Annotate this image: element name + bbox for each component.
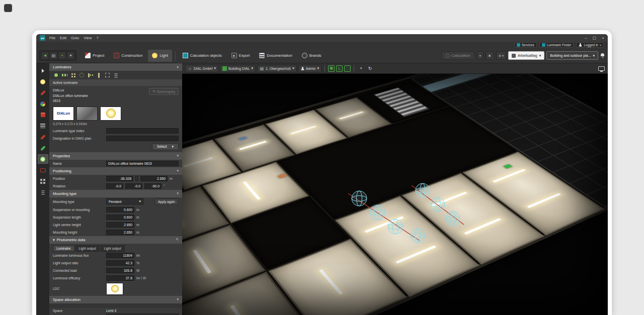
view-grid-icon[interactable]: ▦ — [328, 65, 335, 72]
minimize-button[interactable]: – — [585, 36, 587, 40]
project-select[interactable]: ⌂ DIAL GmbH ▾ — [185, 65, 218, 72]
light-scene-select[interactable]: Arbeitsalltag ▾ — [508, 51, 544, 60]
selection-tool-icon[interactable] — [104, 72, 111, 78]
name-input[interactable]: DIALux office luminaire 0815 — [106, 161, 179, 166]
close-button[interactable]: × — [602, 36, 604, 40]
building-model — [182, 74, 608, 315]
person-icon — [301, 67, 304, 70]
tab-documentation[interactable]: Documentation — [255, 50, 296, 62]
ldc-thumbnail[interactable] — [106, 283, 123, 295]
notifications-bell-icon[interactable] — [600, 53, 605, 58]
mounting-height-input[interactable]: 2.650 — [106, 230, 134, 235]
edit-tool-icon[interactable] — [38, 88, 48, 97]
storey-select[interactable]: ▤ 1. Obergeschoß ▾ — [257, 65, 297, 72]
luminaire-photo-thumb[interactable] — [76, 107, 98, 121]
more-arrangement-icon[interactable] — [113, 72, 119, 78]
menu-view[interactable]: View — [84, 36, 92, 40]
materials-tool-icon[interactable] — [38, 99, 48, 109]
settings-combo[interactable]: ⚙ ▾ — [496, 51, 506, 60]
luminaire-type-index-input[interactable] — [106, 128, 179, 134]
position-z-input[interactable]: 2.650 — [140, 176, 168, 181]
space-preset-select[interactable]: DIALux presetting 5.26.2 Standard (offic… — [106, 313, 179, 315]
orbit-tool-icon[interactable]: ↻ — [366, 65, 374, 72]
menu-edit[interactable]: Edit — [60, 36, 66, 40]
user-select[interactable]: Admin ▾ — [298, 65, 321, 72]
mounting-type-header[interactable]: Mounting type ▾ — [49, 190, 182, 197]
energy-tool-icon[interactable] — [38, 143, 48, 153]
nav-chevron[interactable]: ▾ — [67, 52, 74, 59]
layout-tool-icon[interactable] — [38, 176, 48, 186]
render-mode-icon[interactable]: L — [336, 65, 343, 72]
tab-project[interactable]: Project — [81, 50, 108, 62]
back-button[interactable]: ◄ — [41, 52, 49, 59]
tab-luminaire[interactable]: Luminaire — [53, 245, 74, 252]
dwg-designation-input[interactable] — [106, 136, 179, 141]
position-drag-handle[interactable]: · — [135, 176, 138, 181]
manufacturer-logo-thumb[interactable]: DIALux — [53, 107, 74, 121]
pendant-arrangement-icon[interactable] — [96, 72, 102, 78]
tab-brands[interactable]: Brands — [298, 50, 326, 62]
construction-tool-icon[interactable] — [38, 132, 48, 142]
luminaire-finder-chip[interactable]: Luminaire Finder — [539, 42, 574, 48]
panel-gap — [49, 303, 182, 308]
row-arrangement-icon[interactable] — [61, 72, 68, 78]
cancel-calculation-button[interactable]: × — [486, 51, 494, 60]
properties-header[interactable]: Properties ▾ — [49, 152, 182, 160]
rotation-x-input[interactable]: -0.0 — [106, 183, 123, 189]
suspension-mounting-input[interactable]: 0.600 — [106, 207, 134, 213]
luminaires-panel: Luminaires ▾ Active luminaire — [49, 63, 182, 315]
field-arrangement-icon[interactable] — [70, 72, 76, 78]
menu-goto[interactable]: Goto — [71, 36, 79, 40]
list-tool-icon[interactable] — [38, 121, 48, 131]
select-luminaire-button[interactable]: Select ▾ — [152, 143, 179, 150]
logged-in-chip[interactable]: Logged in ▾ — [576, 42, 604, 48]
suspension-mounting-label: Suspension or mounting — [53, 208, 104, 212]
export-icon: ▸ — [231, 53, 237, 58]
display-settings-icon[interactable] — [598, 66, 605, 71]
menu-file[interactable]: File — [49, 36, 55, 40]
tab-light-output-1[interactable]: Light output — [75, 245, 100, 252]
luminaires-tool-icon[interactable] — [38, 154, 48, 164]
pointer-tool-icon[interactable] — [38, 66, 48, 75]
add-button[interactable]: + — [58, 52, 66, 59]
circle-arrangement-icon[interactable] — [78, 72, 85, 78]
building-select[interactable]: Building DIAL ▾ — [220, 65, 256, 72]
furniture-tool-icon[interactable] — [38, 110, 48, 120]
calculation-objects-icon — [183, 53, 188, 58]
calc-option-combo[interactable]: ▾ — [477, 51, 484, 60]
history-button[interactable]: ▤ — [50, 52, 57, 59]
chevron-down-icon[interactable]: ▾ — [177, 65, 179, 69]
more-tools-icon[interactable] — [38, 187, 48, 197]
rotation-z-input[interactable]: -90.0 — [144, 183, 162, 189]
pan-tool-icon[interactable]: + — [357, 65, 365, 72]
tab-export[interactable]: ▸ Export — [227, 50, 254, 62]
maximize-button[interactable]: ▢ — [593, 36, 597, 40]
light-centre-height-input[interactable]: 2.650 — [106, 222, 134, 228]
photometric-data-header[interactable]: ▾ Photometric data ✎ — [49, 236, 182, 244]
tab-light-output-2[interactable]: Light output — [101, 245, 125, 252]
daylight-tool-icon[interactable] — [38, 77, 48, 86]
wall-arrangement-icon[interactable] — [87, 72, 94, 78]
rotation-y-input[interactable]: -0.0 — [125, 183, 142, 189]
positioning-header[interactable]: Positioning ▾ — [49, 167, 182, 175]
send-inquiry-button[interactable]: ✉ Send inquiry — [149, 88, 179, 95]
chevron-down-icon: ▾ — [292, 66, 294, 70]
scene-3d-view[interactable] — [182, 74, 608, 315]
menu-help[interactable]: ? — [96, 36, 98, 40]
mounting-type-select[interactable]: Pendant ▾ — [106, 198, 143, 204]
position-x-input[interactable]: -36.328 — [106, 176, 133, 181]
space-allocation-header[interactable]: Space allocation ▾ — [49, 296, 182, 303]
services-chip[interactable]: Services — [514, 42, 537, 48]
apply-again-button[interactable]: Apply again — [154, 198, 179, 205]
tab-construction[interactable]: Construction — [110, 50, 146, 62]
mode-select[interactable]: Building and outdoor pla... ▾ — [546, 51, 598, 60]
ldc-preview-thumb[interactable] — [100, 107, 121, 121]
suspension-length-input[interactable]: 0.600 — [106, 215, 134, 220]
pencil-icon[interactable]: ✎ — [176, 238, 179, 242]
calculation-button[interactable]: Calculation — [441, 51, 475, 60]
light-scene-icon[interactable] — [344, 65, 351, 72]
scenes-tool-icon[interactable] — [38, 165, 48, 175]
tab-calculation-objects[interactable]: Calculation objects — [179, 50, 226, 62]
tab-light[interactable]: Light — [148, 50, 172, 62]
single-arrangement-icon[interactable] — [53, 72, 59, 78]
